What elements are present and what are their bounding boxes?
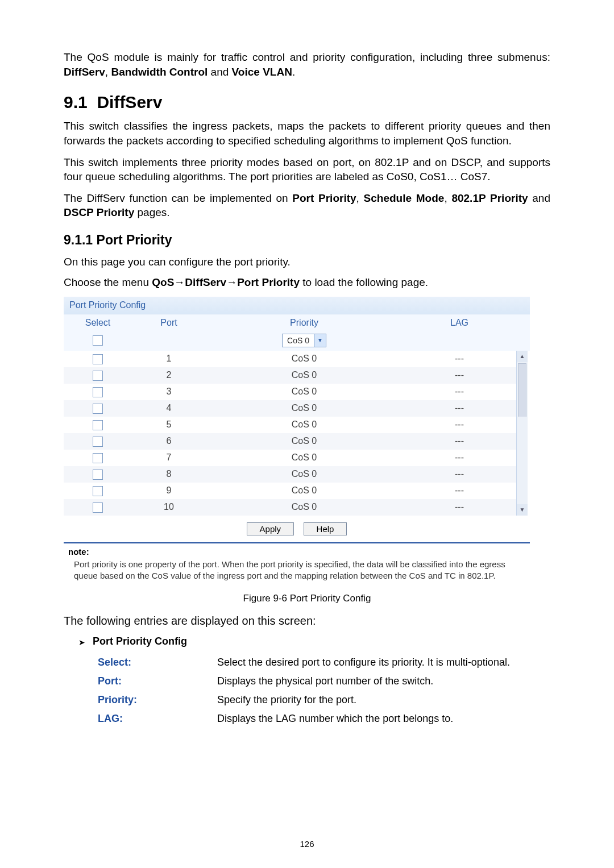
select-all-checkbox[interactable] bbox=[93, 335, 103, 346]
legend-desc: Select the desired port to configure its… bbox=[217, 653, 516, 672]
cell-priority: CoS 0 bbox=[206, 499, 403, 516]
legend-desc: Displays the LAG number which the port b… bbox=[217, 709, 516, 728]
sep: and bbox=[528, 192, 550, 204]
submenu-diffserv: DiffServ bbox=[64, 66, 105, 78]
panel-divider bbox=[64, 542, 530, 543]
scroll-down-icon[interactable]: ▼ bbox=[517, 504, 528, 516]
scrollbar-upper[interactable]: ▲ bbox=[516, 351, 530, 417]
text: The QoS module is mainly for traffic con… bbox=[64, 51, 550, 63]
section-number: 9.1 bbox=[64, 93, 88, 111]
port-priority-table: Select Port Priority LAG CoS 0 ▼ bbox=[64, 314, 530, 516]
table-row: 2CoS 0--- bbox=[64, 367, 530, 384]
text: Choose the menu bbox=[64, 276, 152, 288]
scrollbar-lower[interactable]: ▼ bbox=[516, 417, 530, 516]
sep: and bbox=[208, 66, 231, 78]
document-page: The QoS module is mainly for traffic con… bbox=[0, 0, 614, 868]
cell-port: 1 bbox=[132, 351, 206, 367]
cell-lag: --- bbox=[403, 483, 516, 499]
table-row: 1CoS 0---▲ bbox=[64, 351, 530, 367]
row-select-checkbox[interactable] bbox=[93, 387, 103, 397]
cell-priority: CoS 0 bbox=[206, 400, 403, 417]
table-row: 6CoS 0--- bbox=[64, 433, 530, 450]
section-9-1-heading: 9.1 DiffServ bbox=[64, 93, 550, 112]
col-header-port: Port bbox=[132, 314, 206, 331]
table-row: 5CoS 0---▼ bbox=[64, 417, 530, 433]
cell-port: 6 bbox=[132, 433, 206, 450]
menu-path: QoS→DiffServ→Port Priority bbox=[152, 276, 300, 288]
cell-priority: CoS 0 bbox=[206, 483, 403, 499]
cell-lag: --- bbox=[403, 367, 516, 384]
figure-caption: Figure 9-6 Port Priority Config bbox=[64, 593, 550, 604]
table-row: 8CoS 0--- bbox=[64, 466, 530, 483]
legend-row: Port:Displays the physical port number o… bbox=[98, 672, 516, 691]
menu-path-line: Choose the menu QoS→DiffServ→Port Priori… bbox=[64, 276, 550, 289]
table-row: 10CoS 0--- bbox=[64, 499, 530, 516]
legend-key: Port: bbox=[98, 672, 217, 691]
row-select-checkbox[interactable] bbox=[93, 470, 103, 480]
col-header-priority: Priority bbox=[206, 314, 403, 331]
row-select-checkbox[interactable] bbox=[93, 404, 103, 414]
row-select-checkbox[interactable] bbox=[93, 453, 103, 463]
row-select-checkbox[interactable] bbox=[93, 437, 103, 447]
cell-port: 9 bbox=[132, 483, 206, 499]
apply-button[interactable]: Apply bbox=[247, 522, 294, 535]
section-title: DiffServ bbox=[97, 93, 162, 111]
cell-port: 8 bbox=[132, 466, 206, 483]
cell-priority: CoS 0 bbox=[206, 466, 403, 483]
priority-select[interactable]: CoS 0 ▼ bbox=[282, 334, 326, 347]
cell-priority: CoS 0 bbox=[206, 417, 403, 433]
legend-key: Select: bbox=[98, 653, 217, 672]
port-priority-intro: On this page you can configure the port … bbox=[64, 255, 550, 269]
note-body: Port priority is one property of the por… bbox=[74, 559, 524, 582]
table-header-row: Select Port Priority LAG bbox=[64, 314, 530, 331]
cell-lag: --- bbox=[403, 417, 516, 433]
tail: pages. bbox=[134, 206, 169, 218]
page-8021p-priority: 802.1P Priority bbox=[451, 192, 528, 204]
cell-lag: --- bbox=[403, 499, 516, 516]
page-dscp-priority: DSCP Priority bbox=[64, 206, 134, 218]
sep: , bbox=[444, 192, 451, 204]
legend-desc: Displays the physical port number of the… bbox=[217, 672, 516, 691]
row-select-checkbox[interactable] bbox=[93, 420, 103, 430]
page-schedule-mode: Schedule Mode bbox=[364, 192, 445, 204]
cell-lag: --- bbox=[403, 400, 516, 417]
cell-port: 7 bbox=[132, 450, 206, 466]
port-priority-config-panel: Port Priority Config Select Port Priorit… bbox=[64, 297, 530, 582]
legend-key: LAG: bbox=[98, 709, 217, 728]
row-select-checkbox[interactable] bbox=[93, 371, 103, 381]
row-select-checkbox[interactable] bbox=[93, 502, 103, 513]
scroll-up-icon[interactable]: ▲ bbox=[517, 351, 528, 362]
col-header-select: Select bbox=[64, 314, 132, 331]
entries-header-line: ➤ Port Priority Config bbox=[78, 636, 550, 647]
submenu-bandwidth-control: Bandwidth Control bbox=[111, 66, 208, 78]
diffserv-para-1: This switch classifies the ingress packe… bbox=[64, 119, 550, 148]
sep: , bbox=[105, 66, 111, 78]
cell-lag: --- bbox=[403, 450, 516, 466]
priority-select-value: CoS 0 bbox=[283, 334, 314, 347]
cell-lag: --- bbox=[403, 433, 516, 450]
page-number: 126 bbox=[0, 839, 614, 849]
subsection-title: Port Priority bbox=[97, 232, 172, 247]
qos-intro-paragraph: The QoS module is mainly for traffic con… bbox=[64, 50, 550, 79]
submenu-voice-vlan: Voice VLAN bbox=[232, 66, 292, 78]
subsection-number: 9.1.1 bbox=[64, 232, 93, 247]
cell-priority: CoS 0 bbox=[206, 384, 403, 400]
text: to load the following page. bbox=[302, 276, 428, 288]
cell-port: 4 bbox=[132, 400, 206, 417]
legend-table: Select:Select the desired port to config… bbox=[98, 653, 516, 728]
text: The DiffServ function can be implemented… bbox=[64, 192, 292, 204]
chevron-down-icon[interactable]: ▼ bbox=[314, 334, 326, 347]
tail: . bbox=[292, 66, 295, 78]
cell-priority: CoS 0 bbox=[206, 367, 403, 384]
table-row: 3CoS 0--- bbox=[64, 384, 530, 400]
diffserv-para-2: This switch implements three priority mo… bbox=[64, 155, 550, 184]
sep: , bbox=[356, 192, 364, 204]
legend-row: LAG:Displays the LAG number which the po… bbox=[98, 709, 516, 728]
legend-row: Select:Select the desired port to config… bbox=[98, 653, 516, 672]
cell-port: 5 bbox=[132, 417, 206, 433]
cell-lag: --- bbox=[403, 351, 516, 367]
row-select-checkbox[interactable] bbox=[93, 486, 103, 496]
panel-title: Port Priority Config bbox=[64, 297, 530, 314]
help-button[interactable]: Help bbox=[304, 522, 347, 535]
row-select-checkbox[interactable] bbox=[93, 354, 103, 364]
